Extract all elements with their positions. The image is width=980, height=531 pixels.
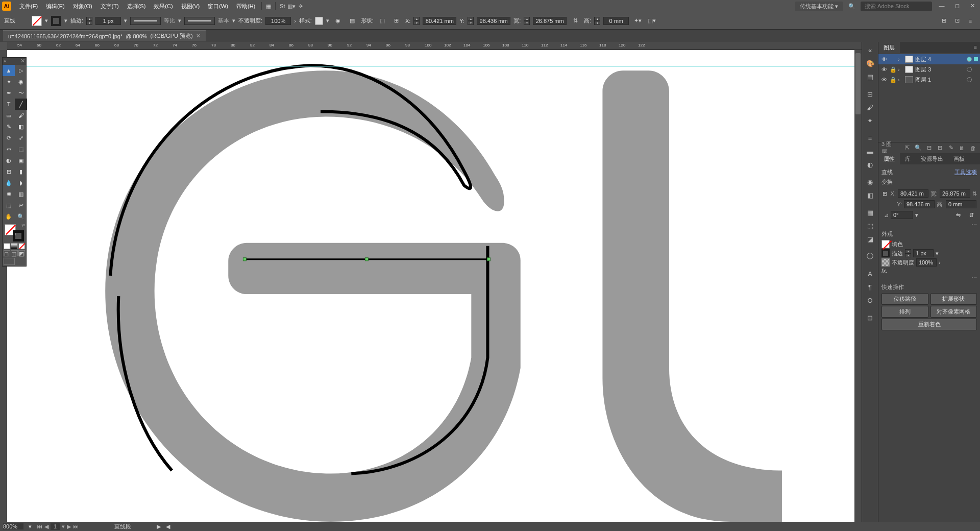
css-icon[interactable]: ⊡	[864, 311, 876, 324]
snap-pixel-icon[interactable]: ⊞	[938, 15, 949, 27]
tab-layers[interactable]: 图层	[878, 42, 900, 53]
rotate-tool[interactable]: ⟳	[3, 132, 15, 143]
pencil-tool[interactable]: ✎	[3, 121, 15, 132]
close-button[interactable]: ✕	[967, 3, 978, 10]
status-back-icon[interactable]: ◀	[166, 523, 170, 530]
align-panel-icon[interactable]: ▦	[864, 206, 876, 219]
menu-effect[interactable]: 效果(C)	[150, 3, 177, 10]
tab-libraries[interactable]: 库	[900, 153, 916, 164]
color-panel-icon[interactable]: 🎨	[864, 57, 876, 69]
ruler-horizontal[interactable]: 5460626466687072747678808284868890929496…	[7, 42, 862, 50]
rectangle-tool[interactable]: ▭	[3, 110, 15, 121]
artboard-tool[interactable]: ⬚	[3, 200, 15, 211]
blend-tool[interactable]: ◗	[15, 177, 27, 188]
props-h-input[interactable]	[946, 200, 976, 208]
arrange-icon[interactable]: ▥▾	[287, 2, 296, 11]
symbols-icon[interactable]: ✦	[864, 114, 876, 127]
w-input[interactable]	[533, 17, 567, 25]
link-wh-icon[interactable]: ⇅	[972, 190, 977, 197]
chevron-down-icon[interactable]: ▾	[29, 523, 32, 530]
new-sublayer-icon[interactable]: ⊟	[925, 144, 933, 151]
align-pixel-button[interactable]: 对齐像素网格	[930, 306, 977, 318]
menu-help[interactable]: 帮助(H)	[232, 3, 259, 10]
w-spinner[interactable]: ▴▾	[524, 17, 530, 25]
y-input[interactable]	[477, 17, 510, 25]
props-w-input[interactable]	[940, 189, 970, 198]
graphic-styles-icon[interactable]: ◧	[864, 189, 876, 201]
visibility-icon[interactable]: 👁	[880, 77, 888, 83]
document-tab[interactable]: u=4248611665,636420742&fm=26&gp=0.jpg* @…	[3, 30, 206, 41]
guide-line[interactable]	[7, 66, 862, 67]
chevron-right-icon[interactable]: ›	[939, 259, 941, 266]
draw-inside[interactable]: ◩	[18, 250, 25, 256]
width-tool[interactable]: ⇔	[3, 143, 15, 155]
x-input[interactable]	[423, 17, 456, 25]
last-artboard-icon[interactable]: ⏭	[73, 523, 79, 530]
workspace-switcher[interactable]: 传统基本功能 ▾	[795, 2, 843, 11]
menu-view[interactable]: 视图(V)	[177, 3, 204, 10]
visibility-icon[interactable]: 👁	[880, 66, 888, 73]
more-options-icon[interactable]: ⋯	[881, 275, 977, 281]
gradient-panel-icon[interactable]: ▬	[864, 145, 876, 157]
recolor-button[interactable]: 重新着色	[881, 319, 977, 330]
chevron-right-icon[interactable]: ›	[294, 18, 296, 24]
layer-row[interactable]: 👁🔒›图层 3	[878, 64, 980, 75]
pen-tool[interactable]: ✒	[3, 87, 15, 99]
tab-artboards[interactable]: 画板	[948, 153, 970, 164]
lasso-tool[interactable]: ◉	[15, 76, 27, 87]
chevron-down-icon[interactable]: ▾	[178, 17, 181, 24]
arrange-button[interactable]: 排列	[881, 306, 928, 318]
line-tool[interactable]: ╱	[15, 99, 27, 110]
chevron-down-icon[interactable]: ▾	[64, 17, 67, 24]
search-stock-input[interactable]: 搜索 Adobe Stock	[861, 2, 932, 11]
target-icon[interactable]	[967, 57, 972, 62]
menu-select[interactable]: 选择(S)	[123, 3, 150, 10]
delete-layer-icon[interactable]: 🗑	[969, 145, 977, 151]
props-y-input[interactable]	[904, 200, 935, 208]
chevron-down-icon[interactable]: ▾	[62, 523, 65, 530]
layer-row[interactable]: 👁🔒›图层 1	[878, 75, 980, 85]
layer-name[interactable]: 图层 1	[915, 76, 965, 84]
opacity-input[interactable]	[265, 17, 291, 25]
panel-menu-icon[interactable]: ≡	[971, 42, 980, 53]
y-spinner[interactable]: ▴▾	[468, 17, 474, 25]
expand-layer-icon[interactable]: ›	[898, 56, 903, 62]
fx-label[interactable]: fx.	[881, 268, 888, 274]
maximize-button[interactable]: ◻	[951, 3, 963, 10]
paintbrush-tool[interactable]: 🖌	[15, 110, 27, 121]
shape-convert-icon[interactable]: ✦▾	[632, 15, 643, 27]
screen-mode[interactable]	[3, 257, 26, 266]
flip-h-icon[interactable]: ⇋	[952, 209, 964, 221]
props-angle-input[interactable]	[891, 211, 913, 219]
recolor-icon[interactable]: ◉	[332, 15, 344, 27]
color-guide-icon[interactable]: ▤	[864, 70, 876, 83]
gpu-icon[interactable]: ✈	[296, 2, 305, 11]
perspective-tool[interactable]: ▣	[15, 155, 27, 166]
transform-icon[interactable]: ⬚	[377, 15, 388, 27]
x-spinner[interactable]: ▴▾	[413, 17, 420, 25]
target-icon[interactable]	[967, 67, 972, 72]
color-mode-gradient[interactable]	[11, 243, 17, 249]
selection-tool[interactable]: ▲	[3, 65, 15, 76]
type-tool[interactable]: T	[3, 99, 15, 110]
prefs-icon[interactable]: ≡	[965, 15, 976, 27]
toolbox-header[interactable]: «✕	[3, 58, 26, 65]
chevron-down-icon[interactable]: ▾	[124, 17, 127, 24]
shape-builder-tool[interactable]: ◐	[3, 155, 15, 166]
menu-object[interactable]: 对象(O)	[69, 3, 96, 10]
symbol-sprayer-tool[interactable]: ✱	[3, 188, 15, 200]
magic-wand-tool[interactable]: ✦	[3, 76, 15, 87]
lock-icon[interactable]: 🔒	[890, 77, 896, 83]
make-clip-icon[interactable]: 🔍	[914, 144, 922, 151]
brush-def[interactable]	[184, 17, 215, 25]
next-artboard-icon[interactable]: ▶	[67, 523, 71, 530]
chevron-down-icon[interactable]: ▾	[326, 17, 329, 24]
menu-type[interactable]: 文字(T)	[96, 3, 123, 10]
fill-stroke-box[interactable]: ⇄	[3, 222, 26, 243]
draw-normal[interactable]: ◻	[4, 250, 10, 256]
tab-properties[interactable]: 属性	[878, 153, 900, 164]
isolate-icon[interactable]: ⬚▾	[646, 15, 657, 27]
pathfinder-icon[interactable]: ◪	[864, 233, 876, 245]
align-icon[interactable]: ▤	[347, 15, 358, 27]
fill-swatch[interactable]	[881, 240, 890, 248]
